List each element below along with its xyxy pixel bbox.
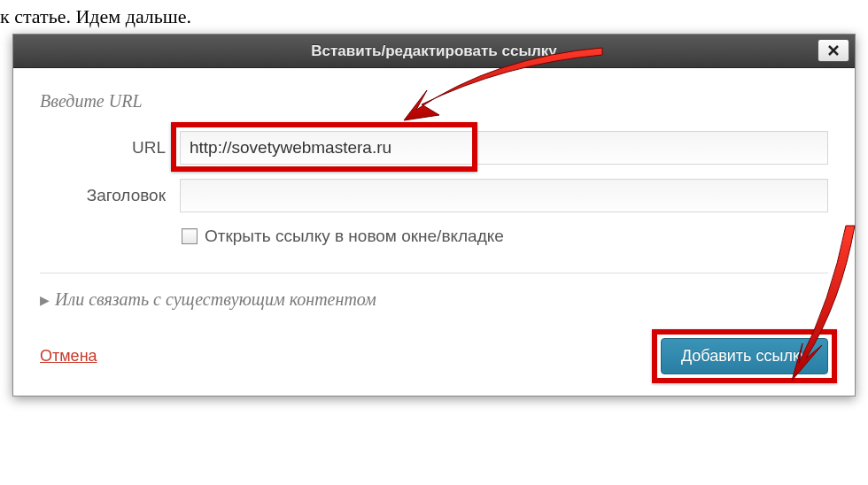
link-dialog: Вставить/редактировать ссылку Введите UR… xyxy=(12,34,856,396)
dialog-footer: Отмена Добавить ссылку xyxy=(13,319,855,396)
url-row: URL xyxy=(40,131,828,165)
new-tab-checkbox[interactable] xyxy=(182,228,198,244)
checkbox-label: Открыть ссылку в новом окне/вкладке xyxy=(205,227,504,246)
collapse-label: Или связать с существующим контентом xyxy=(55,289,376,310)
url-label: URL xyxy=(40,138,180,158)
dialog-header: Вставить/редактировать ссылку xyxy=(13,35,855,68)
dialog-body: Введите URL URL Заголовок Открыть ссылку… xyxy=(13,68,855,319)
checkbox-row: Открыть ссылку в новом окне/вкладке xyxy=(40,227,828,246)
background-text: к статье. Идем дальше. xyxy=(0,5,191,28)
close-button[interactable] xyxy=(818,39,849,62)
section-heading: Введите URL xyxy=(40,91,828,112)
title-label: Заголовок xyxy=(40,186,180,205)
url-input[interactable] xyxy=(180,131,828,165)
cancel-button[interactable]: Отмена xyxy=(40,347,97,366)
chevron-right-icon: ▶ xyxy=(40,293,50,307)
close-icon xyxy=(827,44,840,57)
dialog-title: Вставить/редактировать ссылку xyxy=(311,42,556,60)
add-link-button[interactable]: Добавить ссылку xyxy=(661,338,828,374)
title-row: Заголовок xyxy=(40,179,828,212)
existing-content-toggle[interactable]: ▶ Или связать с существующим контентом xyxy=(40,289,828,310)
title-input[interactable] xyxy=(180,179,828,212)
divider xyxy=(40,273,828,273)
